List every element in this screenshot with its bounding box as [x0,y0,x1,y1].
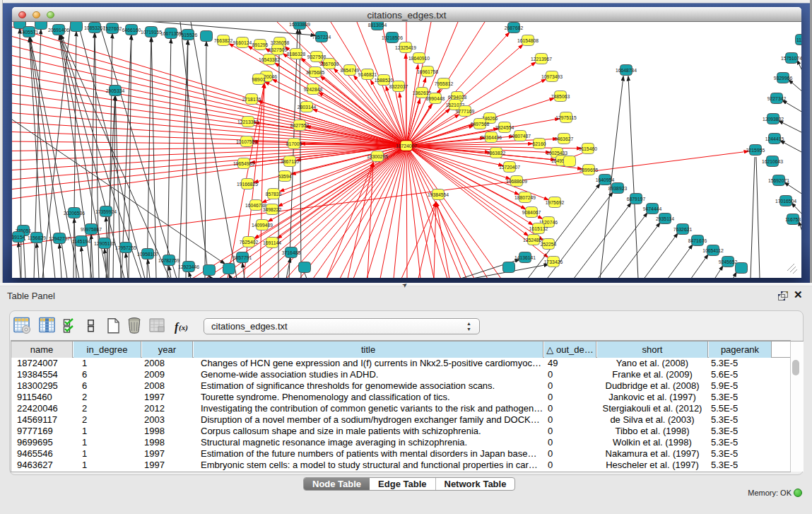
svg-text:17016504: 17016504 [775,199,796,204]
svg-text:16782759: 16782759 [158,258,180,263]
svg-text:891295: 891295 [252,42,269,47]
svg-text:2687682: 2687682 [505,25,524,30]
svg-text:8454749: 8454749 [341,68,360,73]
svg-text:10807487: 10807487 [510,134,531,139]
svg-text:2867608: 2867608 [320,62,339,66]
svg-text:8938923: 8938923 [608,186,628,191]
svg-text:1362615: 1362615 [413,90,432,95]
svg-text:16961758: 16961758 [417,69,438,74]
svg-text:6497568: 6497568 [471,122,490,127]
svg-text:12975115: 12975115 [555,115,577,120]
svg-text:62160: 62160 [533,141,546,146]
svg-text:9084067: 9084067 [522,210,541,215]
svg-text:17359924: 17359924 [95,209,117,214]
svg-text:6794028: 6794028 [448,95,467,100]
svg-text:2935114: 2935114 [656,216,674,221]
svg-text:1145194: 1145194 [72,239,90,244]
svg-text:12923446: 12923446 [178,264,199,269]
svg-text:7515526: 7515526 [179,33,198,37]
svg-text:7632621: 7632621 [673,227,693,232]
svg-text:17957255: 17957255 [115,245,136,250]
svg-text:(x): (x) [179,323,188,332]
svg-text:19218506: 19218506 [382,35,403,40]
svg-text:14099489: 14099489 [252,223,273,228]
svg-text:6879197: 6879197 [627,197,646,201]
svg-text:20691406: 20691406 [48,28,69,33]
svg-text:16154808: 16154808 [517,38,539,43]
svg-text:2905334: 2905334 [106,88,125,93]
svg-text:10654112: 10654112 [702,248,724,253]
svg-text:19166825: 19166825 [237,182,258,187]
svg-text:10958107: 10958107 [137,252,158,257]
svg-text:252254: 252254 [541,242,557,247]
svg-text:18300295: 18300295 [367,154,388,159]
svg-text:18640910: 18640910 [408,56,430,61]
svg-text:99975867: 99975867 [81,227,102,232]
svg-text:12213363: 12213363 [237,119,259,124]
svg-text:1405571: 1405571 [20,30,39,35]
svg-text:12905135: 12905135 [94,241,115,246]
svg-text:19654985: 19654985 [233,161,254,166]
svg-text:7485063: 7485063 [551,94,570,99]
svg-text:20206536: 20206536 [64,211,85,216]
svg-text:16543382: 16543382 [259,57,280,62]
svg-text:98901: 98901 [252,77,266,82]
svg-text:16210643: 16210643 [762,159,783,164]
svg-text:3824554: 3824554 [495,125,514,130]
svg-text:9474444: 9474444 [643,206,662,211]
svg-text:9245652: 9245652 [719,259,738,264]
svg-text:12093832: 12093832 [763,117,784,122]
svg-text:18807249: 18807249 [514,195,536,200]
svg-text:7357224: 7357224 [312,35,331,40]
svg-text:10853267: 10853267 [84,25,105,30]
svg-text:14136141: 14136141 [514,255,536,260]
svg-text:10973493: 10973493 [541,74,563,79]
svg-text:16648784: 16648784 [616,68,637,73]
svg-text:12213967: 12213967 [531,57,552,62]
svg-text:9777169: 9777169 [456,109,475,114]
svg-text:1156829: 1156829 [28,235,46,240]
svg-text:1112: 1112 [796,37,801,42]
svg-text:7663822: 7663822 [214,38,233,43]
svg-text:9227342: 9227342 [767,96,787,101]
svg-text:1733426: 1733426 [544,259,563,264]
svg-text:9857791: 9857791 [233,255,252,260]
svg-text:10719155: 10719155 [141,30,162,35]
svg-text:9242848: 9242848 [304,87,323,92]
svg-text:15692071: 15692071 [768,178,789,183]
svg-text:6466160: 6466160 [122,28,141,33]
svg-text:2803144: 2803144 [298,105,317,110]
svg-text:3498222: 3498222 [263,207,282,212]
svg-text:857833: 857833 [266,192,282,197]
svg-text:3215955: 3215955 [746,148,765,153]
svg-text:9463627: 9463627 [555,136,574,141]
svg-text:8813054: 8813054 [368,23,387,28]
svg-text:16033809: 16033809 [289,22,310,27]
svg-text:817005: 817005 [286,141,302,146]
svg-text:1975692: 1975692 [546,200,565,205]
svg-text:39154: 39154 [12,235,25,240]
svg-text:20364436: 20364436 [481,135,502,140]
svg-text:9329966: 9329966 [774,76,793,81]
svg-text:3716485: 3716485 [282,250,301,255]
svg-text:9327509: 9327509 [269,47,288,52]
svg-text:2718176: 2718176 [242,97,261,102]
svg-text:10688609: 10688609 [506,179,527,184]
svg-text:15720407: 15720407 [499,165,520,170]
svg-text:18724007: 18724007 [396,144,417,148]
svg-text:1691144: 1691144 [263,240,281,245]
svg-text:8186328: 8186328 [287,52,306,57]
svg-text:9146821: 9146821 [358,72,377,77]
svg-text:12942737: 12942737 [49,236,70,241]
svg-text:7955812: 7955812 [435,81,454,86]
svg-text:1615132: 1615132 [529,226,548,231]
svg-text:1640954: 1640954 [596,177,615,182]
svg-text:9899695: 9899695 [579,168,599,173]
svg-text:15751074: 15751074 [781,56,801,61]
svg-text:9160124: 9160124 [233,40,252,45]
svg-text:7863822: 7863822 [487,151,506,156]
svg-text:116753: 116753 [785,217,801,222]
svg-text:1588520: 1588520 [375,78,394,83]
svg-text:3875685: 3875685 [306,70,325,75]
svg-text:10107553: 10107553 [236,139,257,144]
